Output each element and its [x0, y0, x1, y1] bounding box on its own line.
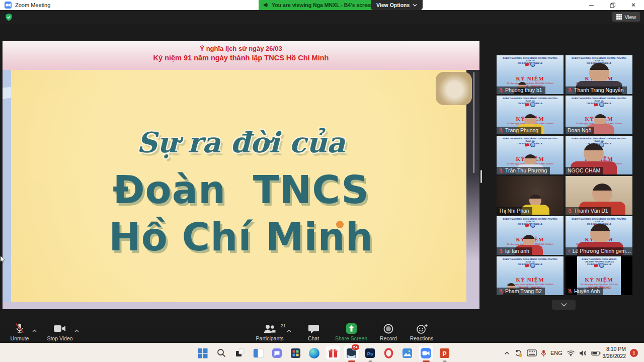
participant-name-bar: Phuong thuy b1: [497, 86, 545, 94]
widgets-icon[interactable]: [249, 343, 268, 362]
view-options-label: View Options: [376, 2, 410, 8]
youth-union-badge-icon: [530, 102, 535, 107]
participant-name: Thị Nhi Phan: [499, 208, 529, 214]
meeting-topbar: View: [0, 10, 644, 24]
windows-taskbar: 5+PsP ENG 8:10 PM 3/26/2022 1: [0, 343, 644, 362]
minimize-button[interactable]: [581, 0, 602, 10]
video-options-caret[interactable]: [74, 326, 79, 335]
youth-union-badge-icon: [599, 102, 604, 107]
participant-name: Thanh Vân D1: [574, 208, 608, 214]
chevron-up-icon[interactable]: [504, 350, 510, 356]
record-label: Record: [380, 335, 397, 341]
participant-name-bar: Huyền Anh: [566, 288, 603, 295]
flag-icon: [594, 103, 598, 107]
restore-button[interactable]: [602, 0, 623, 10]
flag-icon: [525, 143, 529, 147]
taskbar-clock[interactable]: 8:10 PM 3/26/2022: [595, 346, 626, 359]
participant-name-bar: NGỌC CHÂM: [566, 167, 603, 174]
svg-text:P: P: [442, 350, 446, 357]
participant-name-bar: lại lan anh: [497, 247, 532, 255]
participant-tile[interactable]: ĐOÀN THANH NIÊN CỘNG SẢN HỒ CHÍ MINH PHƯ…: [497, 96, 564, 134]
gift-app-icon[interactable]: [324, 343, 342, 362]
language-indicator[interactable]: ENG: [550, 350, 562, 356]
participant-tile[interactable]: ĐOÀN THANH NIÊN CỘNG SẢN HỒ CHÍ MINH PHƯ…: [497, 216, 564, 255]
participant-tile[interactable]: ĐOÀN THANH NIÊN CỘNG SẢN HỒ CHÍ MINH PHƯ…: [566, 256, 632, 295]
muted-mic-icon: [499, 289, 504, 294]
main-scrollbar-thumb[interactable]: [480, 170, 482, 183]
slide-header-band: Ý nghĩa lịch sử ngày 26/03 Kỷ niệm 91 nă…: [3, 41, 479, 70]
reactions-label: Reactions: [410, 335, 434, 341]
close-button[interactable]: ✕: [623, 0, 644, 10]
photoshop-icon[interactable]: Ps: [361, 343, 379, 362]
tray-time: 8:10 PM: [595, 346, 626, 353]
zoom-app-icon: [5, 2, 12, 9]
shared-screen: Ý nghĩa lịch sử ngày 26/03 Kỷ niệm 91 nă…: [3, 41, 479, 309]
svg-text:Ps: Ps: [367, 350, 373, 356]
participant-tile[interactable]: Thị Nhi Phan: [497, 176, 564, 215]
security-shield-icon[interactable]: [5, 13, 13, 23]
unmute-button[interactable]: Unmute: [5, 322, 34, 342]
photos-icon[interactable]: [398, 343, 417, 362]
participant-tile[interactable]: ĐOÀN THANH NIÊN CỘNG SẢN HỒ CHÍ MINH PHƯ…: [497, 256, 564, 295]
participant-tile[interactable]: ĐOÀN THANH NIÊN CỘNG SẢN HỒ CHÍ MINH PHƯ…: [566, 216, 632, 255]
search-icon[interactable]: [212, 343, 230, 362]
flag-icon: [525, 103, 529, 107]
participant-tile[interactable]: ĐOÀN THANH NIÊN CỘNG SẢN HỒ CHÍ MINH PHƯ…: [497, 136, 564, 174]
chat-label: Chat: [308, 335, 319, 341]
chevron-down-icon: [413, 4, 417, 7]
slide-header-line2: Kỷ niệm 91 năm ngày thành lập TNCS Hồ Ch…: [3, 54, 479, 62]
camera-bubble-placeholder: [436, 72, 472, 105]
muted-mic-icon: [499, 168, 504, 173]
gallery-view-button[interactable]: View: [612, 12, 640, 22]
participant-tile[interactable]: Thanh Vân D1: [566, 176, 632, 215]
edge-browser-icon[interactable]: [305, 343, 324, 362]
participant-tile[interactable]: ĐOÀN THANH NIÊN CỘNG SẢN HỒ CHÍ MINH PHƯ…: [566, 96, 632, 134]
microsoft-store-icon[interactable]: [286, 343, 305, 362]
stop-video-button[interactable]: Stop Video: [43, 322, 76, 342]
chat-button[interactable]: Chat: [301, 322, 326, 342]
participant-name: Phuong thuy b1: [505, 87, 542, 93]
slide-title-line3: Hồ Chí Minh: [3, 218, 479, 256]
participant-tile[interactable]: ĐOÀN THANH NIÊN CỘNG SẢN HỒ CHÍ MINH PHƯ…: [497, 55, 564, 94]
participant-name-bar: Trang Phuong: [497, 127, 541, 134]
touch-keyboard-icon[interactable]: [527, 349, 537, 356]
participant-name: lại lan anh: [505, 248, 529, 254]
slide-bottom-margin: [3, 302, 479, 309]
participant-name: Huyền Anh: [574, 288, 600, 294]
sync-icon[interactable]: [514, 349, 523, 357]
chevron-down-icon: [560, 303, 568, 307]
reactions-button[interactable]: Reactions: [406, 322, 438, 342]
share-screen-button[interactable]: Share Screen: [331, 322, 371, 342]
wifi-icon[interactable]: [567, 350, 575, 356]
record-button[interactable]: Record: [373, 322, 404, 342]
volume-icon[interactable]: [579, 350, 587, 356]
participant-tile[interactable]: ĐOÀN THANH NIÊN CỘNG SẢN HỒ CHÍ MINH PHƯ…: [566, 55, 632, 94]
microphone-icon[interactable]: [541, 349, 546, 357]
youth-union-badge-icon: [530, 62, 535, 67]
participants-button[interactable]: 21 Participants: [251, 322, 289, 342]
task-view-icon[interactable]: [230, 343, 249, 362]
zalo-icon[interactable]: 5+: [342, 343, 361, 362]
view-options-button[interactable]: View Options: [371, 0, 423, 10]
system-tray: ENG: [501, 343, 601, 362]
participants-icon: [263, 322, 277, 334]
gallery-scroll-down-button[interactable]: [552, 300, 576, 310]
zoom-app-icon[interactable]: [417, 343, 435, 362]
participant-name-bar: Thanh Vân D1: [566, 207, 611, 215]
notification-badge[interactable]: 1: [630, 349, 638, 357]
flag-icon: [525, 264, 529, 267]
flag-icon: [525, 63, 529, 66]
reactions-smiley-icon: [416, 322, 428, 334]
muted-mic-icon: [568, 208, 573, 214]
language[interactable]: ENG: [550, 350, 562, 356]
powerpoint-icon[interactable]: P: [435, 343, 454, 362]
teams-chat-icon[interactable]: [268, 343, 286, 362]
participant-name: NGỌC CHÂM: [568, 167, 600, 173]
participant-tile[interactable]: ĐOÀN THANH NIÊN CỘNG SẢN HỒ CHÍ MINH PHƯ…: [566, 136, 632, 174]
participants-options-caret[interactable]: [286, 326, 292, 335]
participant-name: Trần Thu Phương: [505, 167, 547, 173]
participant-name: Doan Ngô: [568, 127, 591, 133]
opera-browser-icon[interactable]: [379, 343, 398, 362]
audio-options-caret[interactable]: [32, 326, 37, 335]
windows-start-icon[interactable]: [193, 343, 212, 362]
